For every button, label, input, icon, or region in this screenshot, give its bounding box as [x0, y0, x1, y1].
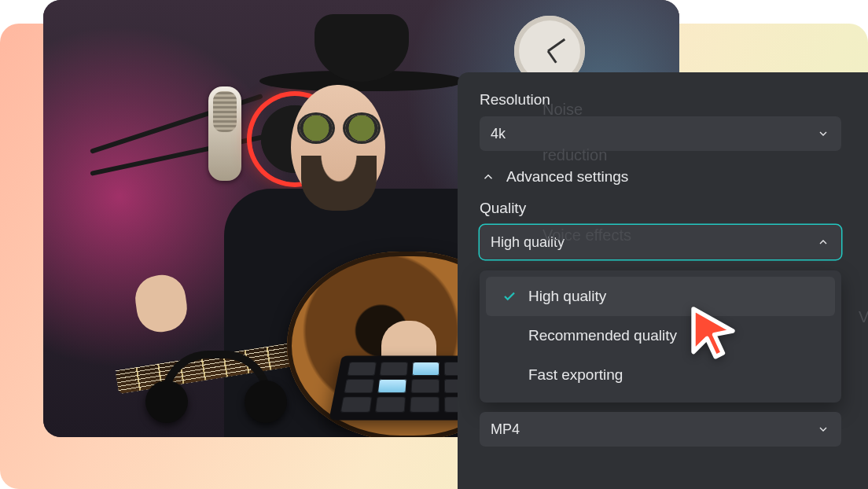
quality-value: High quality: [491, 234, 565, 251]
quality-option-high[interactable]: High quality: [486, 277, 835, 316]
chevron-up-icon: [816, 235, 830, 249]
quality-dropdown: High quality Recommended quality Fast ex…: [480, 270, 841, 403]
chevron-down-icon: [816, 422, 830, 436]
quality-option-recommended[interactable]: Recommended quality: [486, 316, 835, 355]
export-settings-panel: Noise reduction Voice effects V Resoluti…: [458, 72, 868, 489]
format-value: MP4: [491, 421, 520, 438]
chevron-down-icon: [816, 127, 830, 141]
chevron-up-icon: [481, 170, 495, 184]
ghost-label: V: [859, 308, 868, 326]
resolution-label: Resolution: [480, 91, 846, 108]
option-label: High quality: [528, 288, 606, 305]
quality-label: Quality: [480, 200, 846, 217]
format-select[interactable]: MP4: [480, 412, 841, 447]
sunglasses: [300, 115, 378, 142]
quality-option-fast[interactable]: Fast exporting: [486, 355, 835, 395]
option-label: Fast exporting: [528, 366, 623, 384]
advanced-settings-toggle[interactable]: Advanced settings: [481, 168, 846, 186]
beard: [301, 156, 377, 211]
resolution-select[interactable]: 4k: [480, 116, 841, 151]
option-label: Recommended quality: [528, 327, 677, 344]
resolution-value: 4k: [491, 126, 506, 142]
advanced-settings-label: Advanced settings: [506, 168, 628, 186]
quality-select[interactable]: High quality: [480, 225, 841, 259]
headphones: [145, 344, 287, 423]
check-icon: [502, 289, 517, 303]
